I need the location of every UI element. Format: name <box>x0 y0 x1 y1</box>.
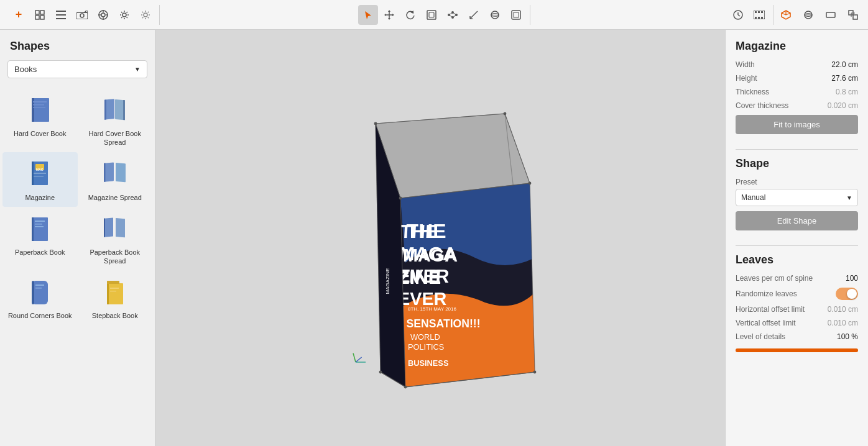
toggle-knob <box>847 289 857 299</box>
shape-item-hard-cover-book-spread[interactable]: Hard Cover Book Spread <box>78 88 153 152</box>
cover-thickness-value: 0.020 cm <box>828 101 858 110</box>
randomize-leaves-row: Randomize leaves <box>736 288 858 300</box>
clock-button[interactable] <box>728 5 748 25</box>
paperback-book-spread-icon <box>100 214 130 244</box>
preset-value: Manual <box>741 193 765 202</box>
transform2-button[interactable] <box>843 5 863 25</box>
scale-tool-button[interactable] <box>422 5 441 25</box>
svg-text:MAG: MAG <box>36 168 44 171</box>
orbit-tool-button[interactable] <box>485 5 505 25</box>
vertical-offset-label: Vertical offset limit <box>736 319 795 327</box>
svg-line-23 <box>148 17 149 17</box>
svg-rect-104 <box>107 281 119 284</box>
magazine-label: Magazine <box>25 193 55 202</box>
canvas-area[interactable]: THE MAGA ZINE EVER THE MAGA ZINE EVER SE… <box>155 30 725 446</box>
shape-item-hard-cover-book[interactable]: Hard Cover Book <box>2 88 78 152</box>
shape-item-paperback-book[interactable]: Paperback Book <box>2 207 78 271</box>
svg-rect-3 <box>40 16 44 19</box>
shape-item-magazine-spread[interactable]: Magazine Spread <box>78 152 153 207</box>
hard-cover-book-spread-label: Hard Cover Book Spread <box>83 129 148 147</box>
render-tool-button[interactable] <box>506 5 526 25</box>
leaves-section-title: Leaves <box>736 253 858 266</box>
magazine-spread-label: Magazine Spread <box>88 193 142 202</box>
nodes-tool-button[interactable] <box>443 5 463 25</box>
menu-button[interactable] <box>51 5 71 25</box>
svg-rect-94 <box>35 226 44 227</box>
settings-button[interactable] <box>114 5 134 25</box>
target-button[interactable] <box>93 5 113 25</box>
svg-point-138 <box>399 197 402 200</box>
sun-button[interactable] <box>136 5 155 25</box>
svg-text:THE: THE <box>407 220 446 242</box>
paperback-book-label: Paperback Book <box>15 248 65 257</box>
height-value: 27.6 cm <box>831 74 858 83</box>
sphere-button[interactable] <box>798 5 818 25</box>
camera-button[interactable] <box>72 5 92 25</box>
fit-to-images-button[interactable]: Fit to images <box>736 115 858 134</box>
svg-rect-34 <box>429 12 434 17</box>
add-button[interactable]: + <box>9 5 29 25</box>
magazine-spread-icon <box>100 160 130 189</box>
category-dropdown[interactable]: Books ▼ <box>7 60 147 78</box>
svg-marker-31 <box>392 14 394 16</box>
svg-rect-88 <box>116 163 126 182</box>
svg-rect-99 <box>32 281 34 304</box>
svg-text:MAGA: MAGA <box>403 245 458 265</box>
svg-rect-1 <box>40 11 44 14</box>
grid-button[interactable] <box>30 5 50 25</box>
center-tool-group <box>354 5 530 25</box>
film-button[interactable] <box>749 5 769 25</box>
magazine-icon: MAG <box>25 160 55 189</box>
move-tool-button[interactable] <box>379 5 399 25</box>
select-tool-button[interactable] <box>358 5 378 25</box>
svg-rect-58 <box>758 17 760 19</box>
measure-tool-button[interactable] <box>464 5 484 25</box>
cover-thickness-label: Cover thickness <box>736 101 788 110</box>
svg-line-146 <box>356 357 362 362</box>
svg-rect-0 <box>35 11 39 14</box>
leaves-per-cm-label: Leaves per cm of spine <box>736 274 813 283</box>
svg-marker-28 <box>388 10 390 12</box>
right-tool-group <box>724 5 773 25</box>
main-area: Shapes Books ▼ Hard Cover Book <box>0 30 868 446</box>
divider-2 <box>736 245 858 246</box>
svg-rect-105 <box>110 288 119 289</box>
svg-line-43 <box>470 11 478 19</box>
shape-item-stepback-book[interactable]: Stepback Book <box>78 270 153 325</box>
svg-marker-29 <box>388 18 390 20</box>
round-corners-book-icon <box>25 278 55 307</box>
level-of-details-progress[interactable] <box>736 348 858 352</box>
svg-point-9 <box>80 14 84 17</box>
cube-button[interactable] <box>776 5 796 25</box>
svg-text:ZINE: ZINE <box>398 266 441 288</box>
svg-line-25 <box>148 11 149 12</box>
svg-rect-89 <box>104 163 106 181</box>
svg-rect-100 <box>35 284 44 286</box>
svg-rect-6 <box>56 18 66 19</box>
height-row: Height 27.6 cm <box>736 74 858 83</box>
rotate-tool-button[interactable] <box>400 5 420 25</box>
svg-line-41 <box>453 15 456 17</box>
svg-rect-102 <box>107 283 123 304</box>
svg-rect-55 <box>758 11 760 13</box>
svg-text:8TH, 15TH MAY 2016: 8TH, 15TH MAY 2016 <box>408 306 457 312</box>
main-toolbar: + <box>0 0 868 30</box>
svg-rect-103 <box>107 283 109 304</box>
level-of-details-value: 100 % <box>837 332 858 341</box>
shapes-grid: Hard Cover Book Hard Cover Book Spread <box>0 86 155 328</box>
dropdown-value: Books <box>14 65 37 74</box>
svg-rect-92 <box>35 221 45 222</box>
svg-line-62 <box>782 13 786 15</box>
shape-item-paperback-book-spread[interactable]: Paperback Book Spread <box>78 207 153 271</box>
svg-line-24 <box>142 17 143 17</box>
paperback-book-spread-label: Paperback Book Spread <box>83 248 148 266</box>
svg-rect-5 <box>56 14 66 16</box>
shape-item-magazine[interactable]: MAG Magazine <box>2 152 78 207</box>
edit-shape-button[interactable]: Edit Shape <box>736 211 858 230</box>
level-of-details-row: Level of details 100 % <box>736 332 858 341</box>
svg-rect-2 <box>35 16 39 19</box>
preset-dropdown[interactable]: Manual ▼ <box>736 189 858 206</box>
randomize-toggle[interactable] <box>836 288 858 300</box>
shape-item-round-corners-book[interactable]: Round Corners Book <box>2 270 78 325</box>
rect2-button[interactable] <box>821 5 841 25</box>
